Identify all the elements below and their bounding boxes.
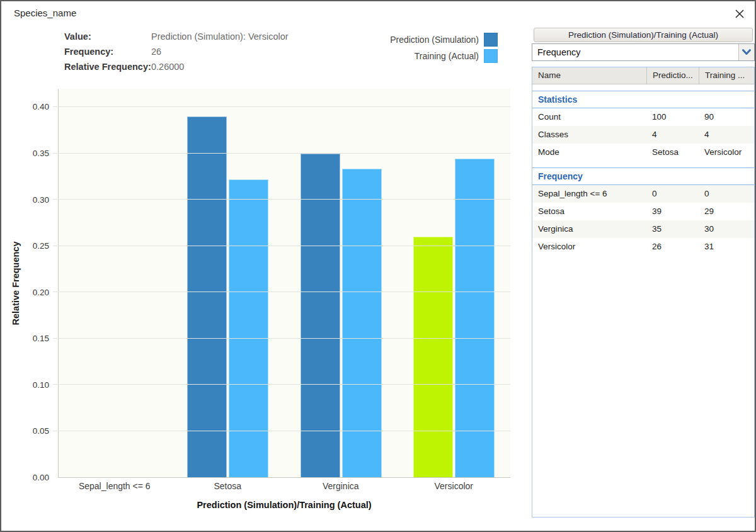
side-panel: Prediction (Simulation)/Training (Actual… bbox=[531, 1, 755, 531]
plot-area bbox=[58, 89, 510, 478]
row-prediction-value: 4 bbox=[646, 126, 699, 144]
info-value: Prediction (Simulation): Versicolor bbox=[151, 30, 289, 45]
table-row[interactable]: Classes44 bbox=[532, 126, 754, 144]
row-prediction-value: 39 bbox=[646, 203, 699, 220]
hover-info-panel: Value: Prediction (Simulation): Versicol… bbox=[64, 30, 289, 75]
bar-group-0 bbox=[59, 89, 171, 477]
bar[interactable] bbox=[229, 179, 268, 477]
row-name: Classes bbox=[532, 126, 646, 144]
table-row[interactable]: Sepal_length <= 600 bbox=[532, 185, 754, 203]
row-training-value: Versicolor bbox=[699, 144, 754, 161]
y-axis-ticks: 0.000.050.100.150.200.250.300.350.40 bbox=[1, 89, 53, 478]
measure-dropdown[interactable]: Frequency bbox=[532, 43, 755, 61]
row-training-value: 4 bbox=[699, 126, 754, 144]
info-row-frequency: Frequency: 26 bbox=[64, 45, 289, 60]
gridline bbox=[53, 291, 510, 292]
table-section-header: Statistics bbox=[532, 91, 754, 108]
info-label: Value: bbox=[64, 30, 151, 45]
y-tick-label: 0.25 bbox=[11, 241, 49, 252]
y-tick-label: 0.00 bbox=[11, 472, 49, 484]
bar[interactable] bbox=[187, 116, 227, 477]
gridline bbox=[53, 153, 510, 154]
table-section-header: Frequency bbox=[532, 167, 754, 185]
chevron-down-icon bbox=[742, 48, 752, 56]
stats-table: Name Predictio... Training ... Statistic… bbox=[532, 67, 755, 518]
y-tick-label: 0.35 bbox=[11, 148, 49, 159]
row-name: Sepal_length <= 6 bbox=[532, 185, 646, 203]
table-row[interactable]: Versicolor2631 bbox=[532, 238, 754, 256]
table-row[interactable]: Verginica3530 bbox=[532, 220, 754, 238]
legend-label: Prediction (Simulation) bbox=[390, 35, 479, 45]
bar[interactable] bbox=[413, 237, 453, 477]
row-prediction-value: Setosa bbox=[646, 144, 699, 161]
bar-group-1 bbox=[171, 89, 284, 477]
legend-swatch bbox=[484, 49, 498, 63]
table-row[interactable]: Count10090 bbox=[532, 108, 754, 126]
info-value: 26 bbox=[151, 45, 161, 60]
row-training-value: 30 bbox=[699, 220, 754, 238]
table-header-row: Name Predictio... Training ... bbox=[532, 67, 754, 84]
x-axis-title: Prediction (Simulation)/Training (Actual… bbox=[58, 500, 510, 510]
row-prediction-value: 26 bbox=[646, 238, 699, 256]
row-prediction-value: 100 bbox=[646, 108, 699, 126]
x-category-label: Versicolor bbox=[398, 481, 511, 491]
legend-item: Training (Actual) bbox=[373, 48, 498, 64]
gridline bbox=[53, 199, 510, 200]
info-row-value: Value: Prediction (Simulation): Versicol… bbox=[64, 30, 289, 45]
info-row-relative-frequency: Relative Frequency: 0.26000 bbox=[64, 60, 289, 75]
row-prediction-value: 0 bbox=[646, 185, 699, 203]
gridline bbox=[53, 246, 510, 246]
bar-group-3 bbox=[398, 89, 510, 477]
dropdown-arrow-button[interactable] bbox=[738, 44, 754, 60]
row-prediction-value: 35 bbox=[646, 220, 699, 238]
bar-group-2 bbox=[285, 89, 398, 477]
table-row[interactable]: Setosa3929 bbox=[532, 203, 754, 220]
row-name: Count bbox=[532, 108, 646, 126]
bar[interactable] bbox=[455, 159, 495, 477]
x-category-label: Verginica bbox=[284, 481, 398, 491]
gridline bbox=[53, 106, 510, 107]
y-tick-label: 0.30 bbox=[11, 195, 49, 206]
panel-header-button[interactable]: Prediction (Simulation)/Training (Actual… bbox=[534, 28, 753, 42]
info-label: Frequency: bbox=[64, 45, 151, 60]
gridline bbox=[53, 384, 510, 385]
y-tick-label: 0.10 bbox=[11, 380, 49, 391]
bar[interactable] bbox=[301, 154, 340, 477]
measure-dropdown-value: Frequency bbox=[532, 44, 738, 60]
y-tick-label: 0.05 bbox=[11, 426, 49, 437]
dialog-window: Species_name Value: Prediction (Simulati… bbox=[0, 0, 756, 532]
column-header-name[interactable]: Name bbox=[532, 67, 646, 84]
legend-swatch bbox=[484, 33, 498, 47]
table-body: StatisticsCount10090Classes44ModeSetosaV… bbox=[532, 91, 754, 256]
info-value: 0.26000 bbox=[151, 60, 184, 75]
y-tick-label: 0.40 bbox=[11, 101, 49, 113]
y-tick-label: 0.15 bbox=[11, 333, 49, 344]
row-training-value: 0 bbox=[699, 185, 754, 203]
bar-groups bbox=[59, 89, 510, 477]
legend-label: Training (Actual) bbox=[415, 51, 479, 61]
column-header-training[interactable]: Training ... bbox=[699, 67, 754, 84]
window-title: Species_name bbox=[14, 8, 76, 18]
info-label: Relative Frequency: bbox=[64, 60, 151, 75]
row-name: Mode bbox=[532, 144, 646, 161]
gridline bbox=[53, 431, 510, 431]
column-header-prediction[interactable]: Predictio... bbox=[646, 67, 699, 84]
legend-item: Prediction (Simulation) bbox=[373, 31, 498, 48]
table-row[interactable]: ModeSetosaVersicolor bbox=[532, 144, 754, 161]
row-name: Versicolor bbox=[532, 238, 646, 256]
chart-legend: Prediction (Simulation)Training (Actual) bbox=[373, 31, 498, 64]
row-training-value: 31 bbox=[699, 238, 754, 256]
x-axis-categories: Sepal_length <= 6SetosaVerginicaVersicol… bbox=[58, 481, 510, 491]
row-training-value: 29 bbox=[699, 203, 754, 220]
y-tick-label: 0.20 bbox=[11, 287, 49, 298]
row-name: Verginica bbox=[532, 220, 646, 238]
row-name: Setosa bbox=[532, 203, 646, 220]
x-category-label: Setosa bbox=[171, 481, 285, 491]
row-training-value: 90 bbox=[699, 108, 754, 126]
x-category-label: Sepal_length <= 6 bbox=[58, 481, 171, 491]
gridline bbox=[53, 338, 510, 339]
